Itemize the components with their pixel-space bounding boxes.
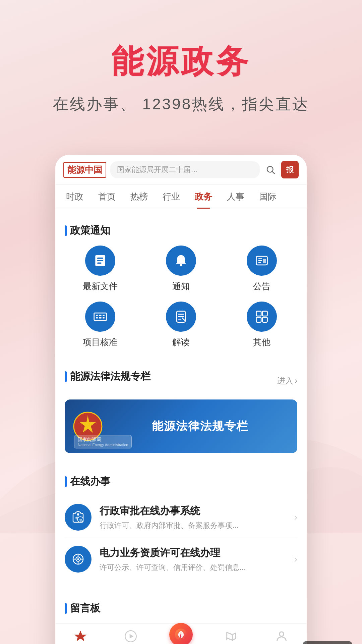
activity-icon — [225, 630, 238, 644]
subtitle: 在线办事、 12398热线，指尖直达 — [20, 94, 342, 115]
svg-rect-5 — [97, 263, 102, 264]
svg-rect-19 — [256, 317, 261, 322]
policy-section: 政策通知 最新文件 通知 — [55, 214, 307, 355]
online-section: 在线办事 印 行政审批在线办事系统 行政许可、政府内部审批、备案服务事项... — [55, 465, 307, 587]
svg-marker-35 — [130, 634, 134, 638]
svg-rect-3 — [97, 258, 103, 259]
service-title-1: 行政审批在线办事系统 — [100, 504, 286, 518]
service-desc-1: 行政许可、政府内部审批、备案服务事项... — [100, 521, 286, 531]
svg-text:印: 印 — [79, 519, 82, 522]
svg-rect-6 — [180, 264, 182, 266]
service-item-2[interactable]: 电力业务资质许可在线办理 许可公示、许可查询、信用评价、处罚信息... › — [65, 538, 297, 580]
policy-icon-4 — [85, 302, 115, 332]
service-icon-2 — [65, 546, 92, 573]
tab-international[interactable]: 国际 — [252, 185, 284, 209]
message-section-title: 留言板 — [65, 601, 297, 615]
svg-point-28 — [77, 558, 79, 560]
policy-item-6[interactable]: 其他 — [226, 302, 297, 348]
header-section: 能源政务 在线办事、 12398热线，指尖直达 — [0, 0, 362, 135]
policy-item-2[interactable]: 通知 — [145, 246, 217, 292]
watermark: 🏆 今日游戏 — [303, 641, 352, 644]
follow-icon — [74, 630, 87, 644]
svg-line-37 — [232, 633, 236, 635]
policy-item-1[interactable]: 最新文件 — [65, 246, 136, 292]
tab-personnel[interactable]: 人事 — [220, 185, 252, 209]
chevron-right-icon: › — [295, 376, 297, 385]
svg-rect-4 — [97, 260, 103, 261]
policy-label-2: 通知 — [172, 280, 190, 292]
policy-label-6: 其他 — [253, 336, 270, 348]
service-arrow-2: › — [294, 554, 297, 565]
svg-rect-12 — [99, 315, 102, 316]
svg-rect-10 — [96, 315, 98, 316]
svg-rect-14 — [103, 315, 105, 316]
policy-item-3[interactable]: 公告 — [226, 246, 297, 292]
policy-icon-6 — [247, 302, 277, 332]
policy-icon-1 — [85, 246, 115, 276]
message-section: 留言板 — [55, 592, 307, 615]
policy-grid: 最新文件 通知 — [65, 246, 297, 348]
svg-rect-8 — [263, 259, 266, 263]
news-badge[interactable]: 报 — [281, 161, 299, 178]
policy-icon-5 — [166, 302, 196, 332]
law-banner[interactable]: 能源法律法规专栏 国家能源局 National Energy Administr… — [65, 399, 297, 453]
online-section-title: 在线办事 — [65, 475, 297, 488]
law-section-link[interactable]: 进入 › — [277, 375, 297, 386]
tab-industry[interactable]: 行业 — [155, 185, 187, 209]
tab-shizhi[interactable]: 时政 — [59, 185, 91, 209]
nav-item-mine[interactable]: 我的 — [256, 630, 307, 644]
service-icon-1: 印 — [65, 504, 92, 531]
policy-label-3: 公告 — [253, 280, 270, 292]
policy-section-title: 政策通知 — [65, 224, 297, 237]
service-desc-2: 许可公示、许可查询、信用评价、处罚信息... — [100, 562, 286, 573]
main-title: 能源政务 — [20, 40, 342, 84]
svg-point-0 — [267, 166, 273, 172]
policy-item-5[interactable]: 解读 — [145, 302, 217, 348]
service-info-1: 行政审批在线办事系统 行政许可、政府内部审批、备案服务事项... — [100, 504, 286, 531]
svg-rect-17 — [256, 311, 261, 316]
policy-icon-2 — [166, 246, 196, 276]
phone-mockup: 能源中国 国家能源局开展二十届… 报 时政 首页 热榜 行业 政务 人事 国际 — [55, 155, 307, 644]
nav-item-energy[interactable]: 能源号 — [156, 630, 206, 644]
search-placeholder-text: 国家能源局开展二十届… — [117, 165, 253, 175]
tab-hotlist[interactable]: 热榜 — [123, 185, 155, 209]
service-info-2: 电力业务资质许可在线办理 许可公示、许可查询、信用评价、处罚信息... — [100, 546, 286, 573]
nav-tabs: 时政 首页 热榜 行业 政务 人事 国际 — [55, 185, 307, 209]
energy-center-icon — [169, 623, 193, 644]
law-section-header: 能源法律法规专栏 进入 › — [65, 370, 297, 391]
service-arrow-1: › — [294, 512, 297, 523]
bottom-nav: 关注 视听 — [55, 623, 307, 644]
svg-marker-33 — [74, 631, 87, 641]
svg-rect-11 — [96, 317, 98, 319]
nav-item-audio[interactable]: 视听 — [106, 630, 156, 644]
svg-rect-13 — [99, 317, 102, 319]
law-banner-title: 能源法律法规专栏 — [103, 419, 297, 434]
tab-zhengwu[interactable]: 政务 — [187, 185, 220, 209]
app-logo[interactable]: 能源中国 — [63, 162, 106, 178]
org-name: 国家能源局 — [78, 437, 128, 443]
mine-icon — [275, 630, 288, 644]
tab-homepage[interactable]: 首页 — [91, 185, 123, 209]
svg-rect-15 — [103, 317, 105, 319]
law-org-badge: 国家能源局 National Energy Administration — [74, 435, 132, 448]
service-item-1[interactable]: 印 行政审批在线办事系统 行政许可、政府内部审批、备案服务事项... › — [65, 496, 297, 538]
app-header: 能源中国 国家能源局开展二十届… 报 — [55, 155, 307, 185]
audio-icon — [124, 630, 137, 644]
org-name-en: National Energy Administration — [78, 443, 128, 447]
policy-icon-3 — [247, 246, 277, 276]
policy-label-4: 项目核准 — [83, 336, 118, 348]
search-button[interactable] — [264, 163, 277, 176]
svg-point-23 — [77, 513, 79, 516]
svg-line-1 — [273, 172, 275, 174]
svg-point-40 — [279, 632, 284, 636]
law-section: 能源法律法规专栏 进入 › 能源法律法规专栏 — [55, 360, 307, 460]
policy-label-5: 解读 — [172, 336, 190, 348]
nav-item-follow[interactable]: 关注 — [55, 630, 106, 644]
search-bar[interactable]: 国家能源局开展二十届… — [110, 161, 260, 178]
svg-rect-20 — [262, 317, 267, 322]
law-banner-text: 能源法律法规专栏 — [103, 419, 297, 434]
policy-item-4[interactable]: 项目核准 — [65, 302, 136, 348]
nav-item-activity[interactable]: 活动 — [206, 630, 256, 644]
service-title-2: 电力业务资质许可在线办理 — [100, 546, 286, 560]
svg-rect-18 — [262, 311, 267, 316]
